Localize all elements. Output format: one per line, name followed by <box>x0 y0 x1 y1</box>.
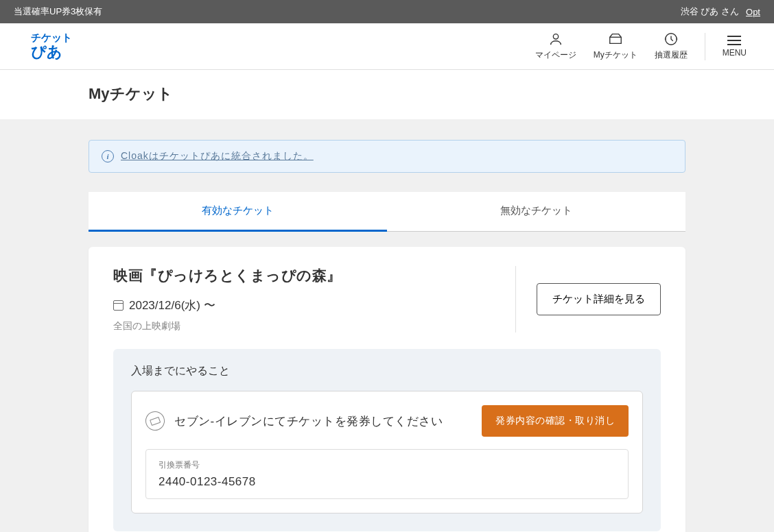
user-icon <box>548 32 563 47</box>
exchange-code-label: 引換票番号 <box>159 459 615 471</box>
menu-label: MENU <box>723 48 747 58</box>
topbar-right: 渋谷 ぴあ さん Opt <box>681 5 760 18</box>
ticket-header: 映画『ぴっけろとくまっぴの森』 2023/12/6(水) 〜 全国の上映劇場 チ… <box>89 247 685 349</box>
todo-left: セブン-イレブンにてチケットを発券してください <box>145 411 443 431</box>
ticket-date: 2023/12/6(水) 〜 <box>129 298 215 313</box>
header: チケット ぴあ マイページ Myチケット 抽選履歴 MENU <box>0 23 774 70</box>
ticket-date-row: 2023/12/6(水) 〜 <box>113 298 495 313</box>
ticket-title: 映画『ぴっけろとくまっぴの森』 <box>113 266 495 285</box>
history-icon <box>664 32 679 47</box>
opt-link[interactable]: Opt <box>746 7 760 17</box>
menu-button[interactable]: MENU <box>723 36 747 58</box>
exchange-code-box: 引換票番号 2440-0123-45678 <box>145 449 629 499</box>
nav-mypage-label: マイページ <box>535 49 576 61</box>
logo-line1: チケット <box>31 32 72 44</box>
nav-history-label: 抽選履歴 <box>655 49 688 61</box>
svg-point-0 <box>553 34 558 39</box>
tab-invalid-tickets[interactable]: 無効なチケット <box>387 192 685 232</box>
ticket-circle-icon <box>143 409 167 433</box>
logo[interactable]: チケット ぴあ <box>31 32 72 60</box>
calendar-icon <box>113 300 124 311</box>
issue-confirm-button[interactable]: 発券内容の確認・取り消し <box>482 405 629 437</box>
page-title-bar: Myチケット <box>0 70 774 119</box>
topbar-notice: 当選確率UP券3枚保有 <box>14 5 102 18</box>
nav-history[interactable]: 抽選履歴 <box>655 32 688 61</box>
top-bar: 当選確率UP券3枚保有 渋谷 ぴあ さん Opt <box>0 0 774 23</box>
todo-instruction: セブン-イレブンにてチケットを発券してください <box>174 413 443 429</box>
todo-section: 入場までにやること セブン-イレブンにてチケットを発券してください 発券内容の確… <box>113 349 661 531</box>
info-icon: i <box>102 150 114 162</box>
hamburger-icon <box>727 36 741 45</box>
nav-mypage[interactable]: マイページ <box>535 32 576 61</box>
exchange-code-value: 2440-0123-45678 <box>159 475 615 489</box>
tabs: 有効なチケット 無効なチケット <box>89 192 685 232</box>
ticket-venue: 全国の上映劇場 <box>113 320 495 332</box>
ticket-nav-icon <box>608 32 623 47</box>
todo-row: セブン-イレブンにてチケットを発券してください 発券内容の確認・取り消し <box>145 405 629 437</box>
nav: マイページ Myチケット 抽選履歴 MENU <box>535 32 747 61</box>
todo-heading: 入場までにやること <box>131 364 643 378</box>
ticket-action: チケット詳細を見る <box>516 266 661 332</box>
todo-box: セブン-イレブンにてチケットを発券してください 発券内容の確認・取り消し 引換票… <box>131 391 643 513</box>
nav-divider <box>705 33 705 60</box>
tab-valid-tickets[interactable]: 有効なチケット <box>89 192 387 232</box>
ticket-detail-button[interactable]: チケット詳細を見る <box>537 283 661 315</box>
nav-myticket[interactable]: Myチケット <box>594 32 637 61</box>
ticket-card: 映画『ぴっけろとくまっぴの森』 2023/12/6(水) 〜 全国の上映劇場 チ… <box>89 247 685 532</box>
nav-myticket-label: Myチケット <box>594 49 637 61</box>
page-title: Myチケット <box>89 84 685 104</box>
info-banner[interactable]: i Cloakはチケットぴあに統合されました。 <box>89 140 685 173</box>
ticket-info: 映画『ぴっけろとくまっぴの森』 2023/12/6(水) 〜 全国の上映劇場 <box>113 266 516 332</box>
logo-line2: ぴあ <box>31 44 72 60</box>
info-banner-text: Cloakはチケットぴあに統合されました。 <box>121 150 314 162</box>
content: i Cloakはチケットぴあに統合されました。 有効なチケット 無効なチケット … <box>89 119 685 532</box>
user-name: 渋谷 ぴあ さん <box>681 5 739 18</box>
